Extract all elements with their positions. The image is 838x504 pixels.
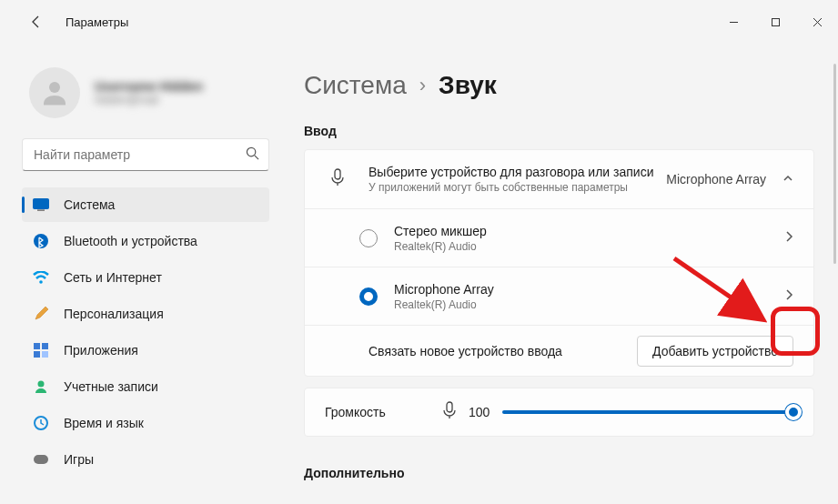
bluetooth-icon [33,233,49,249]
add-device-button[interactable]: Добавить устройство [637,336,793,367]
accounts-icon [33,378,49,395]
svg-point-13 [38,381,45,388]
device-row-microphone-array[interactable]: Microphone Array Realtek(R) Audio [305,267,813,325]
svg-rect-9 [34,343,40,349]
svg-point-8 [39,280,43,284]
nav-list: Система Bluetooth и устройства Сеть и Ин… [22,187,269,477]
volume-slider[interactable] [502,410,793,414]
nav-item-time[interactable]: Время и язык [22,406,269,440]
volume-value: 100 [469,405,490,419]
input-devices-card: Выберите устройство для разговора или за… [304,149,814,377]
mic-icon[interactable] [443,401,456,423]
scrollbar[interactable] [833,64,836,264]
sidebar: Username Hidden hidden@mail Система Blue [0,44,282,504]
nav-item-accounts[interactable]: Учетные записи [22,369,269,404]
wifi-icon [33,269,49,286]
svg-rect-10 [42,343,48,349]
svg-rect-16 [335,169,340,179]
svg-line-4 [255,155,258,158]
chevron-up-icon [782,172,793,186]
pair-device-row: Связать новое устройство ввода Добавить … [305,325,813,376]
breadcrumb: Система › Звук [304,71,814,100]
volume-label: Громкость [325,405,443,419]
section-heading-more: Дополнительно [304,466,814,480]
nav-label: Приложения [64,343,138,358]
nav-item-network[interactable]: Сеть и Интернет [22,260,269,295]
profile-name: Username Hidden [95,79,203,94]
avatar [29,67,80,118]
nav-label: Сеть и Интернет [64,270,162,285]
device-driver: Realtek(R) Audio [394,240,784,253]
svg-rect-1 [772,18,779,25]
mic-icon [325,168,350,191]
back-button[interactable] [22,7,51,36]
input-device-expander[interactable]: Выберите устройство для разговора или за… [305,150,813,208]
device-driver: Realtek(R) Audio [394,298,784,311]
profile-block[interactable]: Username Hidden hidden@mail [22,44,269,138]
profile-email: hidden@mail [95,94,203,106]
svg-point-3 [247,147,255,156]
input-device-subtitle: У приложений могут быть собственные пара… [369,181,666,194]
input-device-value: Microphone Array [666,172,766,186]
titlebar: Параметры [0,0,838,44]
svg-rect-17 [447,402,452,412]
svg-point-2 [49,82,60,93]
radio-checked-icon[interactable] [359,287,378,306]
breadcrumb-current: Звук [439,71,497,100]
volume-card: Громкость 100 [304,388,814,437]
section-heading-input: Ввод [304,124,814,138]
nav-label: Учетные записи [64,379,158,394]
slider-thumb[interactable] [785,404,802,420]
svg-rect-5 [34,199,49,209]
app-title: Параметры [66,15,128,29]
chevron-right-icon: › [419,74,426,97]
nav-label: Персонализация [64,307,164,321]
pair-label: Связать новое устройство ввода [369,344,637,358]
volume-row: Громкость 100 [305,388,813,436]
svg-rect-15 [34,455,48,464]
brush-icon [33,306,49,322]
chevron-right-icon[interactable] [784,288,793,304]
svg-rect-6 [37,210,45,211]
search-icon [246,146,259,164]
maximize-button[interactable] [754,7,796,36]
breadcrumb-parent[interactable]: Система [304,71,407,100]
nav-label: Время и язык [64,416,144,430]
search-box[interactable] [22,138,269,171]
input-device-title: Выберите устройство для разговора или за… [369,165,666,179]
nav-item-personalization[interactable]: Персонализация [22,297,269,331]
nav-item-bluetooth[interactable]: Bluetooth и устройства [22,224,269,258]
apps-icon [33,342,49,358]
nav-label: Bluetooth и устройства [64,234,197,248]
clock-icon [33,415,49,431]
content-pane: Система › Звук Ввод Выберите устройство … [282,44,838,504]
nav-item-apps[interactable]: Приложения [22,333,269,368]
device-name: Microphone Array [394,282,784,297]
radio-unchecked-icon[interactable] [359,229,378,247]
nav-label: Игры [64,452,94,467]
device-row-stereo-mixer[interactable]: Стерео микшер Realtek(R) Audio [305,208,813,267]
nav-item-games[interactable]: Игры [22,442,269,477]
chevron-right-icon[interactable] [784,230,793,246]
search-input[interactable] [32,146,246,163]
close-button[interactable] [796,7,838,36]
gamepad-icon [33,451,49,468]
nav-label: Система [64,197,115,212]
system-icon [33,197,49,213]
svg-rect-11 [34,351,40,358]
svg-rect-12 [42,351,48,358]
device-name: Стерео микшер [394,224,784,238]
minimize-button[interactable] [712,7,754,36]
nav-item-system[interactable]: Система [22,187,269,222]
